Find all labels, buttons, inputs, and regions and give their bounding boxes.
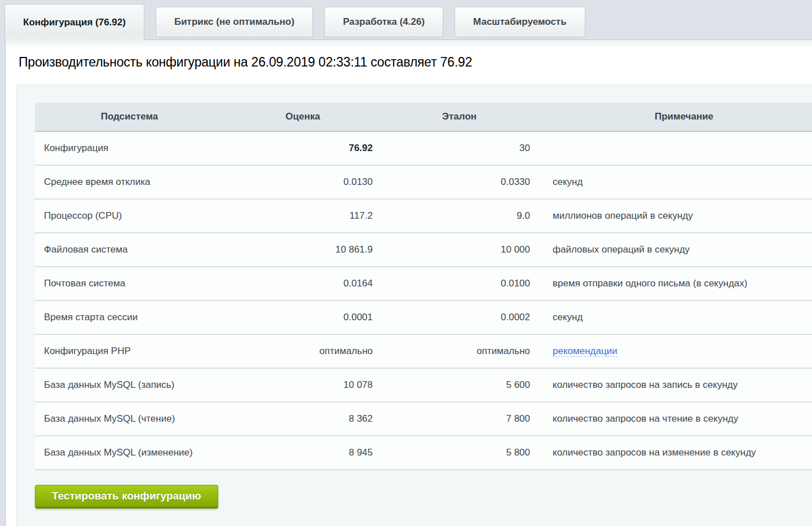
cell-score: 10 078: [224, 369, 382, 403]
column-header-note: Примечание: [537, 103, 812, 132]
tab-bar: Конфигурация (76.92)Битрикс (не оптималь…: [0, 0, 812, 39]
cell-note: [537, 132, 812, 166]
table-row: Конфигурация PHPоптимальнооптимальнореко…: [35, 335, 812, 369]
cell-note: количество запросов на изменение в секун…: [537, 436, 812, 470]
score-value: 8 362: [348, 413, 373, 424]
score-value: 10 861.9: [336, 244, 373, 255]
score-value: 0.0130: [343, 176, 373, 187]
score-value: 117.2: [350, 210, 373, 221]
recommendations-link[interactable]: рекомендации: [553, 346, 617, 357]
table-row: Почтовая система0.01640.0100время отправ…: [35, 267, 812, 301]
cell-subsystem: Файловая система: [35, 233, 224, 267]
cell-reference: 30: [382, 132, 537, 166]
cell-subsystem: Конфигурация: [35, 132, 224, 166]
score-value: оптимально: [319, 346, 373, 356]
cell-reference: оптимально: [382, 335, 537, 369]
table-row: База данных MySQL (чтение)8 3627 800коли…: [35, 403, 812, 436]
cell-reference: 5 800: [382, 436, 537, 470]
score-value: 0.0001: [343, 312, 373, 322]
page-title: Производительность конфигурации на 26.09…: [19, 55, 812, 70]
cell-reference: 0.0002: [382, 301, 537, 335]
cell-note: секунд: [537, 166, 812, 200]
score-value: 8 945: [348, 447, 373, 458]
table-row: Файловая система10 861.910 000файловых о…: [35, 233, 812, 267]
content-panel: Производительность конфигурации на 26.09…: [5, 39, 812, 526]
cell-score: 0.0164: [224, 267, 382, 301]
cell-note: миллионов операций в секунду: [537, 200, 812, 233]
cell-score: 0.0001: [224, 301, 382, 335]
score-value: 0.0164: [343, 278, 373, 289]
cell-score: 117.2: [224, 200, 382, 233]
table-row: Время старта сессии0.00010.0002секунд: [35, 301, 812, 335]
tab-2[interactable]: Битрикс (не оптимально): [156, 7, 313, 37]
cell-subsystem: Время старта сессии: [35, 301, 224, 335]
cell-subsystem: Конфигурация PHP: [35, 335, 224, 369]
cell-subsystem: База данных MySQL (чтение): [35, 403, 224, 436]
tab-4[interactable]: Масштабируемость: [454, 7, 585, 37]
cell-score: 0.0130: [224, 166, 382, 200]
cell-score: 8 362: [224, 403, 382, 436]
table-row: Процессор (CPU)117.29.0миллионов операци…: [35, 200, 812, 233]
performance-table: Подсистема Оценка Эталон Примечание Конф…: [35, 103, 812, 470]
table-header-row: Подсистема Оценка Эталон Примечание: [35, 103, 812, 132]
table-row: Среднее время отклика0.01300.0330секунд: [35, 166, 812, 200]
cell-score: 76.92: [224, 132, 382, 166]
cell-score: 10 861.9: [224, 233, 382, 267]
cell-note: рекомендации: [537, 335, 812, 369]
column-header-reference: Эталон: [382, 103, 537, 132]
table-row: Конфигурация76.9230: [35, 132, 812, 166]
cell-reference: 0.0100: [382, 267, 537, 301]
column-header-subsystem: Подсистема: [35, 103, 224, 132]
cell-reference: 9.0: [382, 200, 537, 233]
performance-card: Подсистема Оценка Эталон Примечание Конф…: [16, 85, 812, 526]
cell-subsystem: Почтовая система: [35, 267, 224, 301]
cell-reference: 0.0330: [382, 166, 537, 200]
cell-subsystem: База данных MySQL (запись): [35, 369, 224, 403]
cell-reference: 5 600: [382, 369, 537, 403]
cell-subsystem: Среднее время отклика: [35, 166, 224, 200]
tab-3[interactable]: Разработка (4.26): [324, 7, 443, 37]
table-row: База данных MySQL (запись)10 0785 600кол…: [35, 369, 812, 403]
cell-score: 8 945: [224, 436, 382, 470]
tab-1-active[interactable]: Конфигурация (76.92): [5, 4, 144, 41]
cell-note: секунд: [537, 301, 812, 335]
cell-score: оптимально: [224, 335, 382, 369]
cell-note: количество запросов на чтение в секунду: [537, 403, 812, 436]
cell-subsystem: База данных MySQL (изменение): [35, 436, 224, 470]
test-configuration-button[interactable]: Тестировать конфигурацию: [35, 485, 218, 509]
score-value: 76.92: [348, 143, 373, 153]
cell-note: файловых операций в секунду: [537, 233, 812, 267]
cell-reference: 7 800: [382, 403, 537, 436]
cell-note: время отправки одного письма (в секундах…: [537, 267, 812, 301]
cell-subsystem: Процессор (CPU): [35, 200, 224, 233]
cell-note: количество запросов на запись в секунду: [537, 369, 812, 403]
cell-reference: 10 000: [382, 233, 537, 267]
score-value: 10 078: [343, 379, 373, 390]
table-row: База данных MySQL (изменение)8 9455 800к…: [35, 436, 812, 470]
column-header-score: Оценка: [224, 103, 382, 132]
